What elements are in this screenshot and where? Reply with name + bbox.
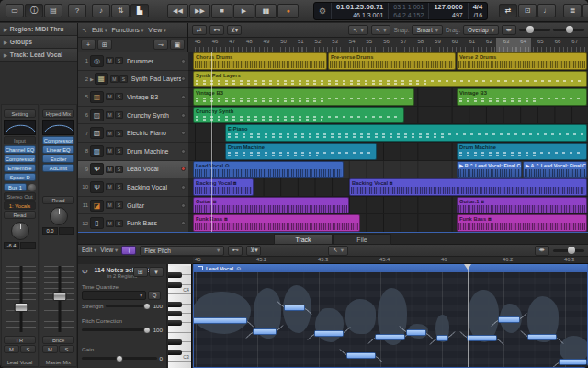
flex-pitch-note[interactable]	[284, 305, 305, 311]
region-backing-vocal[interactable]: Backing Vocal ⧈	[349, 178, 587, 196]
plugin-slot[interactable]: Linear EQ	[42, 145, 74, 154]
autopunch-icon[interactable]: ⊡	[518, 4, 537, 17]
input-slot[interactable]: Input	[4, 136, 36, 144]
plugin-slot[interactable]: Compressor	[42, 136, 74, 144]
volume-value[interactable]: 0.0	[42, 227, 58, 235]
record-button[interactable]: ●	[277, 4, 299, 18]
editor-catch-icon[interactable]: ⊷	[228, 246, 243, 256]
solo-button[interactable]: S	[115, 147, 123, 155]
region-drum-machine[interactable]: Drum Machine	[457, 143, 587, 160]
region-synth-pad-layers[interactable]: Synth Pad Layers	[193, 71, 587, 88]
region-e-piano[interactable]: E-Piano	[225, 124, 587, 142]
waveform-zoom-icon[interactable]: ⇼	[502, 25, 516, 35]
record-enable-button[interactable]	[181, 167, 186, 171]
groups-inspector-header[interactable]: ▶ Groups	[0, 36, 77, 49]
track-name[interactable]: Electric Piano	[127, 130, 181, 136]
editor-tool-menu[interactable]: ↖ ▾	[328, 246, 348, 256]
region-vintage-b3[interactable]: Vintage B3	[457, 88, 587, 106]
region-chorus-drums[interactable]: Chorus Drums	[193, 52, 327, 70]
view-menu[interactable]: View ▾	[148, 27, 166, 33]
mute-button[interactable]: M	[106, 57, 114, 64]
catch-playhead-icon[interactable]: ⊷	[209, 25, 224, 35]
library-icon[interactable]: ▭	[6, 4, 24, 17]
output-slot[interactable]: Stereo Out	[4, 192, 36, 201]
flex-pitch-note[interactable]	[253, 328, 277, 335]
solo-button[interactable]: S	[59, 345, 74, 353]
volume-fader[interactable]	[6, 266, 36, 332]
solo-button[interactable]: S	[115, 111, 123, 119]
lcd-locators[interactable]: 63 1 1 001 64 2 4 152	[388, 3, 428, 19]
solo-button[interactable]: S	[20, 345, 36, 353]
arrange-lane[interactable]: Backing Vocal ⧈Backing Vocal ⧈	[188, 178, 588, 197]
bar-ruler[interactable]: 4546474849505152535455565758596061626364…	[188, 38, 588, 52]
horizontal-zoom-slider[interactable]	[553, 29, 584, 31]
black-key[interactable]	[168, 302, 182, 307]
region-vintage-b3[interactable]: Vintage B3	[193, 88, 414, 106]
quick-help-icon[interactable]: ?	[68, 4, 86, 17]
track-inspector-header[interactable]: ▶ Track: Lead Vocal	[0, 49, 77, 62]
eq-thumbnail[interactable]	[42, 120, 74, 135]
region-lead-vocal-final-co[interactable]: ▶ B ⌃ Lead Vocal: Final Co	[457, 161, 522, 178]
mute-button[interactable]: M	[110, 75, 119, 83]
lcd-display[interactable]: ⚙ 01:01:25:06.71 46 1 3 001 63 1 1 001 6…	[313, 2, 488, 20]
play-button[interactable]: ▶	[233, 4, 254, 18]
editor-zoom-slider[interactable]	[553, 249, 584, 252]
record-enable-button[interactable]	[181, 203, 186, 208]
flex-pitch-note[interactable]	[375, 334, 405, 340]
tuner-icon[interactable]: ♩	[537, 4, 556, 17]
editor-tab-track[interactable]: Track	[274, 234, 333, 245]
pointer-icon[interactable]: ↖	[82, 27, 87, 34]
add-track-button[interactable]: +	[81, 40, 96, 50]
editor-inspector-button-1[interactable]: ⊞	[133, 267, 148, 277]
drag-menu[interactable]: Overlap ▾	[463, 25, 499, 35]
region-lead-vocal-final-c[interactable]: ▶ A ⌃ Lead Vocal: Final C	[523, 161, 587, 178]
mute-button[interactable]: M	[106, 166, 114, 173]
flex-pitch-note[interactable]	[314, 330, 344, 337]
track-name[interactable]: Guitar	[127, 202, 181, 209]
solo-button[interactable]: S	[119, 75, 128, 83]
solo-button[interactable]: S	[115, 201, 123, 209]
automation-mode-button[interactable]: Read	[42, 196, 74, 204]
editor-view-menu[interactable]: View ▾	[100, 247, 118, 254]
track-filter-icon[interactable]: ⊻▾	[227, 25, 242, 35]
flex-pitch-note[interactable]	[498, 316, 520, 323]
toolbar-icon[interactable]: ▤	[44, 4, 62, 17]
track-name[interactable]: Lead Vocal	[127, 166, 181, 172]
region-lead-vocal[interactable]: Lead Vocal ⊙	[193, 161, 344, 178]
flex-pitch-note[interactable]	[527, 334, 557, 340]
lcd-tempo[interactable]: 127.0000 497	[428, 3, 467, 19]
solo-button[interactable]: S	[115, 183, 123, 190]
plugin-slot[interactable]: Exciter	[42, 155, 74, 163]
list-editors-icon[interactable]: ≣	[563, 4, 582, 17]
region-funk-bass[interactable]: Funk Bass ⧈	[193, 214, 360, 232]
arrange-lane[interactable]: Guitar ⧈Guitar.1 ⧈	[188, 197, 588, 215]
plugin-slot[interactable]: Compressor	[4, 155, 36, 163]
flex-pitch-note[interactable]	[559, 359, 587, 365]
editor-playhead-marker[interactable]	[464, 264, 471, 270]
flex-mode-menu[interactable]: Flex Pitch▾	[140, 246, 224, 256]
record-enable-button[interactable]	[181, 149, 186, 154]
lcd-time[interactable]: 01:01:25:06.71 46 1 3 001	[331, 3, 388, 19]
solo-button[interactable]: S	[115, 57, 123, 64]
mute-button[interactable]: M	[106, 220, 114, 227]
mute-button[interactable]: M	[42, 345, 58, 353]
solo-button[interactable]: S	[115, 130, 123, 137]
playhead[interactable]	[211, 52, 212, 233]
strength-value[interactable]: 100	[153, 303, 163, 309]
time-quantize-menu[interactable]: ▾	[82, 291, 146, 300]
pitch-correction-value[interactable]: 100	[153, 327, 163, 333]
quantize-apply-button[interactable]: Q	[148, 291, 161, 300]
forward-button[interactable]: ▶▶	[189, 4, 210, 18]
pan-knob[interactable]	[11, 222, 29, 240]
channel-strip-name[interactable]: Master Mix	[40, 360, 76, 365]
region-backing-vocal[interactable]: Backing Vocal ⧈	[193, 178, 254, 196]
solo-button[interactable]: S	[115, 166, 123, 173]
disclosure-triangle-icon[interactable]: ▶	[90, 76, 94, 82]
note-pads-icon[interactable]: ▤	[582, 4, 588, 17]
track-name[interactable]: Synth Pad Layers	[131, 75, 181, 82]
pitch-correction-slider[interactable]	[82, 328, 151, 331]
flex-pitch-editor[interactable]: Lead Vocal ⊙	[193, 264, 588, 368]
editor-waveform-zoom-icon[interactable]: ⇼	[535, 246, 549, 256]
black-key[interactable]	[168, 350, 182, 355]
region-guitar-1[interactable]: Guitar.1 ⧈	[457, 197, 587, 214]
